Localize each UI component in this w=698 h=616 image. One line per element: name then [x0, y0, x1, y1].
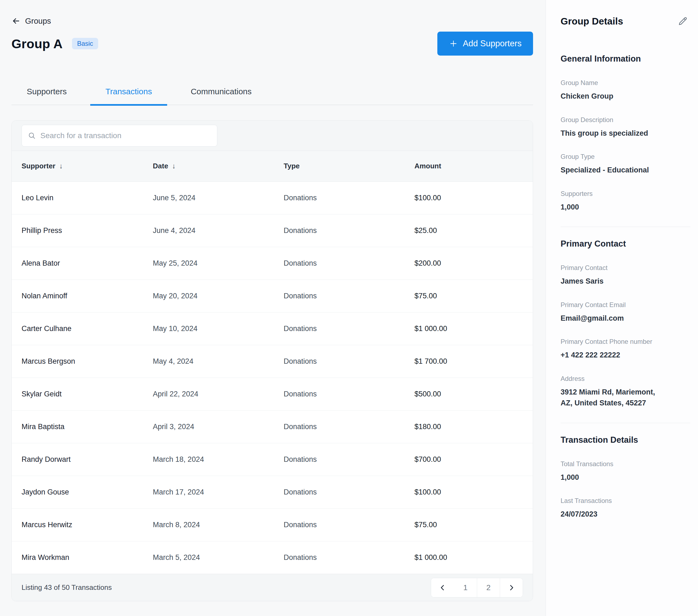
plan-badge: Basic	[72, 38, 98, 49]
cell-type: Donations	[274, 410, 405, 443]
detail-field: Address3912 Miami Rd, Mariemont, AZ, Uni…	[561, 375, 690, 409]
cell-date: April 22, 2024	[143, 377, 274, 410]
table-row[interactable]: Alena BatorMay 25, 2024Donations$200.00	[12, 247, 533, 280]
cell-supporter: Carter Culhane	[12, 312, 143, 345]
section-heading: Transaction Details	[561, 435, 690, 445]
cell-date: June 4, 2024	[143, 214, 274, 247]
page-button-1[interactable]: 1	[454, 578, 477, 597]
table-row[interactable]: Jaydon GouseMarch 17, 2024Donations$100.…	[12, 476, 533, 508]
previous-page-button[interactable]	[431, 578, 454, 597]
field-value: +1 422 222 22222	[561, 349, 665, 361]
column-label: Type	[283, 162, 299, 170]
detail-field: Last Transactions24/07/2023	[561, 497, 690, 520]
back-link[interactable]: Groups	[12, 16, 51, 26]
cell-date: May 25, 2024	[143, 247, 274, 280]
sidebar-section: General InformationGroup NameChicken Gro…	[561, 54, 690, 213]
table-row[interactable]: Mira WorkmanMarch 5, 2024Donations$1 000…	[12, 541, 533, 574]
column-header-supporter[interactable]: Supporter↓	[12, 151, 143, 182]
field-label: Group Type	[561, 153, 690, 160]
sort-descending-icon: ↓	[59, 162, 63, 170]
listing-status: Listing 43 of 50 Transactions	[22, 583, 112, 592]
detail-field: Supporters1,000	[561, 190, 690, 213]
table-row[interactable]: Marcus BergsonMay 4, 2024Donations$1 700…	[12, 345, 533, 377]
edit-group-button[interactable]	[677, 16, 688, 27]
chevron-left-icon	[439, 584, 446, 591]
cell-type: Donations	[274, 443, 405, 476]
back-arrow-icon	[12, 16, 21, 26]
cell-date: March 17, 2024	[143, 476, 274, 508]
group-details-sidebar: Group Details General InformationGroup N…	[546, 0, 698, 616]
field-label: Primary Contact	[561, 264, 690, 272]
sidebar-header: Group Details	[561, 16, 690, 27]
cell-amount: $1 000.00	[405, 312, 533, 345]
field-label: Group Description	[561, 116, 690, 124]
field-label: Supporters	[561, 190, 690, 198]
cell-type: Donations	[274, 476, 405, 508]
sidebar-title: Group Details	[561, 16, 623, 27]
table-row[interactable]: Skylar GeidtApril 22, 2024Donations$500.…	[12, 377, 533, 410]
search-icon	[28, 132, 36, 140]
field-label: Primary Contact Email	[561, 301, 690, 309]
cell-date: May 4, 2024	[143, 345, 274, 377]
field-label: Last Transactions	[561, 497, 690, 504]
add-supporters-button[interactable]: Add Supporters	[437, 32, 533, 56]
table-row[interactable]: Phillip PressJune 4, 2024Donations$25.00	[12, 214, 533, 247]
cell-amount: $100.00	[405, 182, 533, 214]
section-heading: General Information	[561, 54, 690, 64]
tab-transactions[interactable]: Transactions	[90, 86, 167, 106]
detail-field: Total Transactions1,000	[561, 460, 690, 483]
title-row: Group A Basic Add Supporters	[12, 32, 533, 56]
cell-amount: $200.00	[405, 247, 533, 280]
transactions-table: Supporter↓Date↓TypeAmount Leo LevinJune …	[12, 151, 533, 574]
search-section	[12, 121, 533, 151]
main-panel: Groups Group A Basic Add Supporters Supp…	[0, 0, 546, 616]
column-header-date[interactable]: Date↓	[143, 151, 274, 182]
cell-type: Donations	[274, 312, 405, 345]
field-value: Email@gmail.com	[561, 313, 665, 324]
table-row[interactable]: Nolan AminoffMay 20, 2024Donations$75.00	[12, 280, 533, 312]
detail-field: Group NameChicken Group	[561, 79, 690, 102]
next-page-button[interactable]	[500, 578, 523, 597]
cell-type: Donations	[274, 377, 405, 410]
cell-supporter: Mira Workman	[12, 541, 143, 574]
tab-supporters[interactable]: Supporters	[12, 86, 82, 106]
cell-type: Donations	[274, 345, 405, 377]
cell-amount: $75.00	[405, 280, 533, 312]
detail-field: Group DescriptionThis group is specializ…	[561, 116, 690, 139]
tab-communications[interactable]: Communications	[175, 86, 267, 106]
search-input[interactable]	[40, 131, 211, 140]
add-supporters-label: Add Supporters	[463, 39, 521, 48]
cell-supporter: Randy Dorwart	[12, 443, 143, 476]
cell-type: Donations	[274, 541, 405, 574]
sidebar-sections: General InformationGroup NameChicken Gro…	[561, 54, 690, 520]
table-row[interactable]: Leo LevinJune 5, 2024Donations$100.00	[12, 182, 533, 214]
table-row[interactable]: Mira BaptistaApril 3, 2024Donations$180.…	[12, 410, 533, 443]
field-value: James Saris	[561, 276, 665, 287]
cell-supporter: Nolan Aminoff	[12, 280, 143, 312]
column-label: Amount	[415, 162, 441, 170]
column-header-amount: Amount	[405, 151, 533, 182]
table-row[interactable]: Carter CulhaneMay 10, 2024Donations$1 00…	[12, 312, 533, 345]
cell-amount: $75.00	[405, 508, 533, 541]
field-label: Group Name	[561, 79, 690, 87]
cell-date: April 3, 2024	[143, 410, 274, 443]
table-row[interactable]: Marcus HerwitzMarch 8, 2024Donations$75.…	[12, 508, 533, 541]
pagination: 12	[431, 578, 523, 598]
cell-supporter: Marcus Bergson	[12, 345, 143, 377]
cell-date: March 5, 2024	[143, 541, 274, 574]
field-value: 3912 Miami Rd, Mariemont, AZ, United Sta…	[561, 387, 665, 409]
sort-descending-icon: ↓	[172, 162, 176, 170]
cell-type: Donations	[274, 214, 405, 247]
sidebar-section: Primary ContactPrimary ContactJames Sari…	[561, 239, 690, 409]
detail-field: Primary Contact Phone number+1 422 222 2…	[561, 338, 690, 361]
cell-amount: $700.00	[405, 443, 533, 476]
plus-icon	[449, 39, 458, 48]
cell-date: March 18, 2024	[143, 443, 274, 476]
cell-supporter: Jaydon Gouse	[12, 476, 143, 508]
column-label: Supporter	[22, 162, 55, 170]
cell-amount: $100.00	[405, 476, 533, 508]
page-button-2[interactable]: 2	[477, 578, 500, 597]
field-value: Chicken Group	[561, 91, 665, 102]
column-label: Date	[153, 162, 168, 170]
table-row[interactable]: Randy DorwartMarch 18, 2024Donations$700…	[12, 443, 533, 476]
